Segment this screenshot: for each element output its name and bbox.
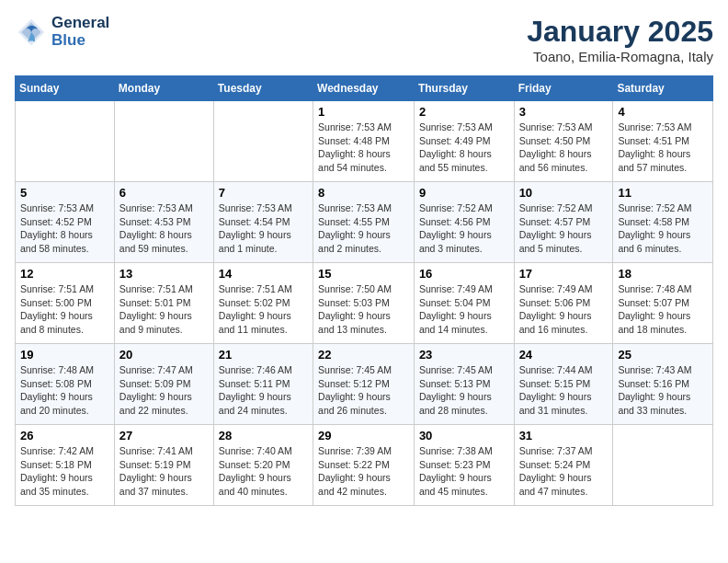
calendar-cell: 8Sunrise: 7:53 AM Sunset: 4:55 PM Daylig… (313, 182, 415, 263)
day-info: Sunrise: 7:44 AM Sunset: 5:15 PM Dayligh… (519, 363, 609, 418)
logo-text-blue: Blue (51, 32, 109, 50)
weekday-header-row: SundayMondayTuesdayWednesdayThursdayFrid… (16, 76, 713, 101)
calendar-cell: 19Sunrise: 7:48 AM Sunset: 5:08 PM Dayli… (16, 344, 115, 425)
day-number: 18 (618, 267, 708, 281)
day-info: Sunrise: 7:48 AM Sunset: 5:08 PM Dayligh… (20, 363, 109, 418)
day-number: 31 (519, 429, 609, 442)
calendar-cell: 7Sunrise: 7:53 AM Sunset: 4:54 PM Daylig… (213, 182, 313, 263)
weekday-header: Sunday (16, 76, 115, 101)
calendar-cell: 25Sunrise: 7:43 AM Sunset: 5:16 PM Dayli… (613, 344, 713, 425)
weekday-header: Monday (114, 76, 213, 101)
calendar-cell: 30Sunrise: 7:38 AM Sunset: 5:23 PM Dayli… (414, 425, 514, 506)
calendar-table: SundayMondayTuesdayWednesdayThursdayFrid… (15, 75, 713, 506)
day-number: 15 (318, 267, 409, 281)
calendar-cell: 4Sunrise: 7:53 AM Sunset: 4:51 PM Daylig… (613, 101, 713, 182)
weekday-header: Saturday (613, 76, 713, 101)
calendar-cell: 24Sunrise: 7:44 AM Sunset: 5:15 PM Dayli… (514, 344, 613, 425)
calendar-week-row: 5Sunrise: 7:53 AM Sunset: 4:52 PM Daylig… (16, 182, 713, 263)
calendar-cell (613, 425, 713, 506)
day-number: 25 (618, 348, 708, 362)
calendar-cell: 29Sunrise: 7:39 AM Sunset: 5:22 PM Dayli… (313, 425, 415, 506)
day-number: 7 (219, 186, 308, 200)
calendar-subtitle: Toano, Emilia-Romagna, Italy (527, 49, 713, 64)
day-number: 2 (419, 105, 509, 119)
calendar-cell: 12Sunrise: 7:51 AM Sunset: 5:00 PM Dayli… (16, 263, 115, 344)
calendar-cell: 20Sunrise: 7:47 AM Sunset: 5:09 PM Dayli… (114, 344, 213, 425)
day-info: Sunrise: 7:53 AM Sunset: 4:50 PM Dayligh… (519, 121, 609, 175)
day-info: Sunrise: 7:52 AM Sunset: 4:56 PM Dayligh… (419, 201, 509, 256)
calendar-cell: 14Sunrise: 7:51 AM Sunset: 5:02 PM Dayli… (213, 263, 313, 344)
calendar-cell: 27Sunrise: 7:41 AM Sunset: 5:19 PM Dayli… (114, 425, 213, 506)
calendar-cell: 21Sunrise: 7:46 AM Sunset: 5:11 PM Dayli… (213, 344, 313, 425)
calendar-week-row: 19Sunrise: 7:48 AM Sunset: 5:08 PM Dayli… (16, 344, 713, 425)
calendar-cell: 15Sunrise: 7:50 AM Sunset: 5:03 PM Dayli… (313, 263, 415, 344)
day-info: Sunrise: 7:52 AM Sunset: 4:57 PM Dayligh… (519, 201, 609, 256)
day-info: Sunrise: 7:53 AM Sunset: 4:53 PM Dayligh… (119, 201, 209, 256)
day-info: Sunrise: 7:52 AM Sunset: 4:58 PM Dayligh… (618, 201, 708, 256)
day-info: Sunrise: 7:49 AM Sunset: 5:04 PM Dayligh… (419, 282, 509, 337)
calendar-cell: 6Sunrise: 7:53 AM Sunset: 4:53 PM Daylig… (114, 182, 213, 263)
day-info: Sunrise: 7:37 AM Sunset: 5:24 PM Dayligh… (519, 444, 609, 499)
day-number: 4 (618, 105, 708, 119)
calendar-cell: 13Sunrise: 7:51 AM Sunset: 5:01 PM Dayli… (114, 263, 213, 344)
day-number: 26 (20, 429, 109, 442)
day-info: Sunrise: 7:51 AM Sunset: 5:02 PM Dayligh… (219, 282, 308, 337)
day-number: 19 (20, 348, 109, 362)
day-number: 21 (219, 348, 308, 362)
weekday-header: Tuesday (213, 76, 313, 101)
day-number: 1 (318, 105, 409, 119)
weekday-header: Thursday (414, 76, 514, 101)
calendar-cell: 17Sunrise: 7:49 AM Sunset: 5:06 PM Dayli… (514, 263, 613, 344)
weekday-header: Wednesday (313, 76, 415, 101)
logo: General Blue (15, 15, 109, 49)
day-info: Sunrise: 7:47 AM Sunset: 5:09 PM Dayligh… (119, 363, 209, 418)
calendar-cell: 1Sunrise: 7:53 AM Sunset: 4:48 PM Daylig… (313, 101, 415, 182)
day-number: 29 (318, 429, 409, 442)
calendar-cell: 28Sunrise: 7:40 AM Sunset: 5:20 PM Dayli… (213, 425, 313, 506)
calendar-cell: 10Sunrise: 7:52 AM Sunset: 4:57 PM Dayli… (514, 182, 613, 263)
day-info: Sunrise: 7:46 AM Sunset: 5:11 PM Dayligh… (219, 363, 308, 418)
day-number: 9 (419, 186, 509, 200)
day-info: Sunrise: 7:53 AM Sunset: 4:52 PM Dayligh… (20, 201, 109, 256)
logo-text-general: General (51, 15, 109, 32)
day-number: 5 (20, 186, 109, 200)
day-info: Sunrise: 7:39 AM Sunset: 5:22 PM Dayligh… (318, 444, 409, 499)
day-info: Sunrise: 7:45 AM Sunset: 5:12 PM Dayligh… (318, 363, 409, 418)
day-info: Sunrise: 7:53 AM Sunset: 4:51 PM Dayligh… (618, 121, 708, 175)
page-header: General Blue January 2025 Toano, Emilia-… (15, 15, 713, 64)
day-info: Sunrise: 7:51 AM Sunset: 5:01 PM Dayligh… (119, 282, 209, 337)
calendar-cell: 5Sunrise: 7:53 AM Sunset: 4:52 PM Daylig… (16, 182, 115, 263)
day-number: 3 (519, 105, 609, 119)
calendar-cell: 18Sunrise: 7:48 AM Sunset: 5:07 PM Dayli… (613, 263, 713, 344)
day-number: 10 (519, 186, 609, 200)
calendar-cell: 2Sunrise: 7:53 AM Sunset: 4:49 PM Daylig… (414, 101, 514, 182)
calendar-cell: 11Sunrise: 7:52 AM Sunset: 4:58 PM Dayli… (613, 182, 713, 263)
day-info: Sunrise: 7:53 AM Sunset: 4:49 PM Dayligh… (419, 121, 509, 175)
calendar-cell: 26Sunrise: 7:42 AM Sunset: 5:18 PM Dayli… (16, 425, 115, 506)
day-number: 22 (318, 348, 409, 362)
calendar-cell (114, 101, 213, 182)
day-number: 24 (519, 348, 609, 362)
day-info: Sunrise: 7:49 AM Sunset: 5:06 PM Dayligh… (519, 282, 609, 337)
calendar-cell: 3Sunrise: 7:53 AM Sunset: 4:50 PM Daylig… (514, 101, 613, 182)
day-number: 23 (419, 348, 509, 362)
day-number: 8 (318, 186, 409, 200)
day-number: 13 (119, 267, 209, 281)
day-number: 14 (219, 267, 308, 281)
day-info: Sunrise: 7:38 AM Sunset: 5:23 PM Dayligh… (419, 444, 509, 499)
calendar-week-row: 26Sunrise: 7:42 AM Sunset: 5:18 PM Dayli… (16, 425, 713, 506)
day-number: 20 (119, 348, 209, 362)
day-info: Sunrise: 7:48 AM Sunset: 5:07 PM Dayligh… (618, 282, 708, 337)
day-info: Sunrise: 7:53 AM Sunset: 4:54 PM Dayligh… (219, 201, 308, 256)
calendar-cell: 9Sunrise: 7:52 AM Sunset: 4:56 PM Daylig… (414, 182, 514, 263)
weekday-header: Friday (514, 76, 613, 101)
day-number: 6 (119, 186, 209, 200)
day-info: Sunrise: 7:43 AM Sunset: 5:16 PM Dayligh… (618, 363, 708, 418)
day-number: 12 (20, 267, 109, 281)
title-block: January 2025 Toano, Emilia-Romagna, Ital… (527, 15, 713, 64)
calendar-week-row: 12Sunrise: 7:51 AM Sunset: 5:00 PM Dayli… (16, 263, 713, 344)
day-info: Sunrise: 7:40 AM Sunset: 5:20 PM Dayligh… (219, 444, 308, 499)
day-info: Sunrise: 7:50 AM Sunset: 5:03 PM Dayligh… (318, 282, 409, 337)
day-number: 11 (618, 186, 708, 200)
calendar-week-row: 1Sunrise: 7:53 AM Sunset: 4:48 PM Daylig… (16, 101, 713, 182)
